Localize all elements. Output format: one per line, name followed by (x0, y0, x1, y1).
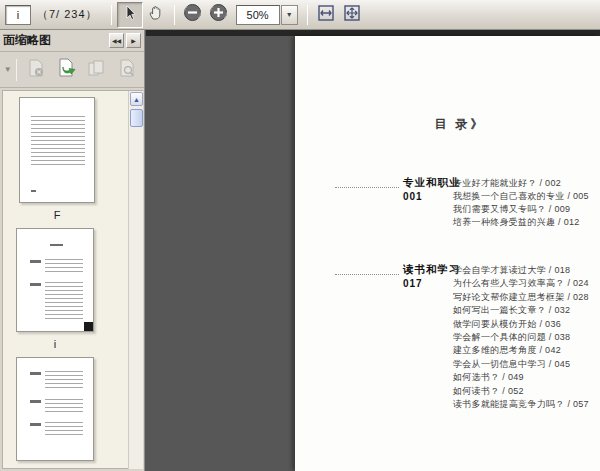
section-2-entries: 学会自学才算读过大学 / 018 为什么有些人学习效率高？ / 024 写好论文… (453, 264, 600, 411)
toc-entry[interactable]: 做学问要从模仿开始 / 036 (453, 318, 600, 331)
collapse-panel-button[interactable]: ◀◀ (109, 33, 124, 48)
delete-page-button[interactable] (23, 57, 47, 83)
thumbnail-section-mark (30, 400, 41, 403)
toc-entry[interactable]: 建立多维的思考角度 / 042 (453, 344, 600, 357)
thumbnail-text-preview (45, 371, 83, 388)
pdf-page[interactable]: 目 录》 专业和职业 001 专业好才能就业好？ / 002 我想换一个自己喜欢… (295, 36, 600, 471)
thumbnails-panel-header: 面缩略图 ◀◀ ▶ (0, 30, 144, 52)
insert-page-button[interactable] (54, 57, 78, 83)
thumbnail-pagenum-mark (31, 190, 36, 192)
fit-width-icon (316, 3, 336, 27)
toc-entry[interactable]: 写好论文帮你建立思考框架 / 028 (453, 291, 600, 304)
toc-title: 目 录》 (405, 116, 515, 133)
toc-entry[interactable]: 我们需要又博又专吗？ / 009 (453, 203, 600, 216)
scroll-up-icon: ▲ (133, 96, 140, 103)
thumbnail-section-mark (30, 283, 41, 286)
zoom-in-button[interactable] (206, 2, 232, 28)
zoom-out-button[interactable] (180, 2, 206, 28)
page-number-input[interactable] (5, 5, 31, 25)
thumbnail-section-mark (30, 260, 41, 263)
toc-entry[interactable]: 专业好才能就业好？ / 002 (453, 177, 600, 190)
toc-entry[interactable]: 学会从一切信息中学习 / 045 (453, 358, 600, 371)
fit-page-icon (342, 3, 362, 27)
section-leader-line (335, 274, 399, 275)
panel-title: 面缩略图 (3, 32, 107, 49)
toolbar-separator (111, 5, 112, 25)
thumbnail-text-preview (31, 116, 85, 166)
hand-tool-icon (147, 4, 164, 25)
section-2-name: 读书和学习 (403, 263, 461, 277)
thumbnails-panel: 面缩略图 ◀◀ ▶ ▼ (0, 30, 145, 471)
thumbnail-list: F i (2, 90, 143, 469)
toc-entry[interactable]: 如何写出一篇长文章？ / 032 (453, 304, 600, 317)
thumbnail-section-mark (30, 372, 41, 375)
thumbnail-title-mark (50, 244, 63, 246)
thumbnail-page-f[interactable] (19, 97, 95, 203)
toc-entry[interactable]: 如何读书？ / 052 (453, 385, 600, 398)
scrollbar-thumb[interactable] (130, 109, 143, 127)
zoom-out-icon (183, 3, 202, 26)
thumbnail-scrollbar[interactable]: ▲ (128, 91, 143, 469)
thumbnail-text-preview (45, 259, 83, 274)
toc-entry[interactable]: 学会解一个具体的问题 / 038 (453, 331, 600, 344)
toc-entry[interactable]: 我想换一个自己喜欢的专业 / 005 (453, 190, 600, 203)
fit-width-button[interactable] (313, 2, 339, 28)
zoom-combo: 50% ▼ (236, 5, 298, 25)
thumbnail-page-next[interactable] (16, 357, 94, 461)
options-caret-icon[interactable]: ▼ (2, 65, 13, 74)
section-2-start-page: 017 (403, 278, 423, 289)
thumbnail-section-mark (30, 423, 41, 426)
toc-entry[interactable]: 培养一种终身受益的兴趣 / 012 (453, 216, 600, 229)
zoom-dropdown-button[interactable]: ▼ (281, 5, 298, 25)
section-1-name: 专业和职业 (403, 176, 461, 190)
zoom-level-field[interactable]: 50% (236, 5, 280, 25)
copy-page-icon (86, 58, 106, 82)
search-page-icon (117, 58, 137, 82)
thumbnail-text-preview (45, 399, 83, 412)
thumbnail-label: F (17, 209, 97, 221)
thumbnail-page-i-current[interactable] (16, 228, 94, 332)
thumbnail-text-preview (45, 422, 83, 438)
toc-entry[interactable]: 为什么有些人学习效率高？ / 024 (453, 277, 600, 290)
toolbar-separator (174, 5, 175, 25)
copy-page-button[interactable] (84, 57, 108, 83)
section-leader-line (335, 187, 399, 188)
thumbnail-text-preview (45, 282, 83, 320)
current-view-marker (84, 322, 93, 331)
document-view[interactable]: 目 录》 专业和职业 001 专业好才能就业好？ / 002 我想换一个自己喜欢… (146, 30, 600, 471)
select-tool-button[interactable] (117, 2, 143, 28)
thumbnails-toolbar: ▼ (0, 52, 144, 88)
toc-entry[interactable]: 学会自学才算读过大学 / 018 (453, 264, 600, 277)
page-count-label: （7/ 234） (37, 7, 98, 22)
zoom-in-icon (209, 3, 228, 26)
delete-page-icon (26, 58, 46, 82)
toc-entry[interactable]: 如何选书？ / 049 (453, 371, 600, 384)
toolbar-separator (16, 59, 17, 81)
section-1-start-page: 001 (403, 191, 423, 202)
hand-tool-button[interactable] (143, 2, 169, 28)
select-cursor-icon (122, 5, 138, 25)
search-page-button[interactable] (115, 57, 139, 83)
thumbnail-label-current: i (15, 338, 95, 350)
fit-page-button[interactable] (339, 2, 365, 28)
insert-page-icon (55, 57, 77, 83)
scroll-up-button[interactable]: ▲ (130, 92, 143, 106)
section-1-entries: 专业好才能就业好？ / 002 我想换一个自己喜欢的专业 / 005 我们需要又… (453, 177, 600, 229)
main-toolbar: （7/ 234） 50% ▼ (0, 0, 600, 30)
toolbar-separator (307, 5, 308, 25)
toc-entry[interactable]: 读书多就能提高竞争力吗？ / 057 (453, 398, 600, 411)
expand-panel-button[interactable]: ▶ (126, 33, 141, 48)
